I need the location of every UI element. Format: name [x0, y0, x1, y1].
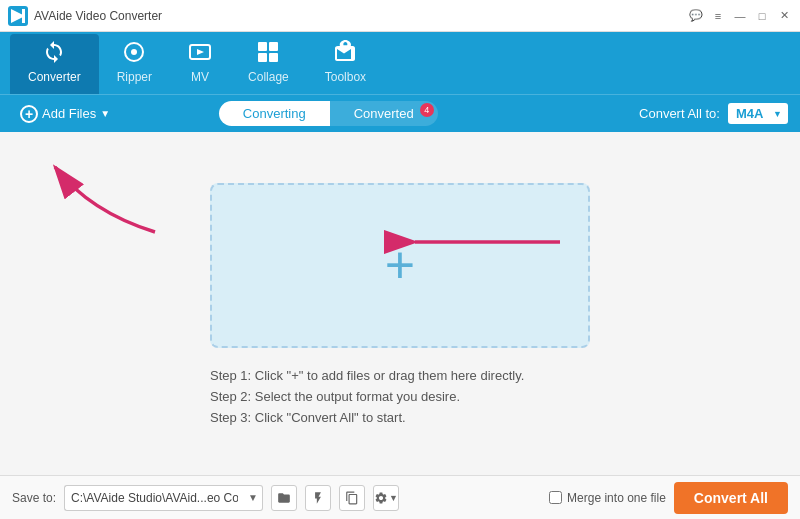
svg-rect-1 [22, 9, 25, 23]
title-bar: AVAide Video Converter 💬 ≡ — □ ✕ [0, 0, 800, 32]
ripper-icon [122, 40, 146, 67]
step-2: Step 2: Select the output format you des… [210, 389, 590, 404]
app-title: AVAide Video Converter [34, 9, 162, 23]
nav-bar: Converter Ripper MV Collag [0, 32, 800, 94]
minimize-button[interactable]: — [732, 8, 748, 24]
app-logo [8, 6, 28, 26]
nav-toolbox[interactable]: Toolbox [307, 34, 384, 94]
collage-label: Collage [248, 70, 289, 84]
merge-checkbox[interactable] [549, 491, 562, 504]
add-files-arrow [0, 132, 220, 252]
collage-icon [256, 40, 280, 67]
browse-folder-button[interactable] [271, 485, 297, 511]
mv-icon [188, 40, 212, 67]
format-select[interactable]: M4A MP4 MP3 AVI [728, 103, 788, 124]
settings-button[interactable]: ≡ [710, 8, 726, 24]
window-controls: 💬 ≡ — □ ✕ [688, 8, 792, 24]
nav-collage[interactable]: Collage [230, 34, 307, 94]
tab-converted[interactable]: Converted 4 [330, 101, 438, 126]
flash-button[interactable] [305, 485, 331, 511]
merge-label[interactable]: Merge into one file [567, 491, 666, 505]
add-files-button[interactable]: + Add Files ▼ [12, 101, 118, 127]
main-content: + Step 1: Click "+" to add files or drag… [0, 132, 800, 475]
steps-container: Step 1: Click "+" to add files or drag t… [210, 368, 590, 425]
toolbox-icon [333, 40, 357, 67]
bottom-bar: Save to: ▼ ▼ Merge into one file Convert… [0, 475, 800, 519]
close-button[interactable]: ✕ [776, 8, 792, 24]
svg-rect-8 [269, 53, 278, 62]
ripper-label: Ripper [117, 70, 152, 84]
drop-zone[interactable]: + [210, 183, 590, 348]
svg-rect-5 [258, 42, 267, 51]
toolbar: + Add Files ▼ Converting Converted 4 Con… [0, 94, 800, 132]
save-path-input[interactable] [64, 485, 244, 511]
merge-checkbox-container: Merge into one file [549, 491, 666, 505]
converter-label: Converter [28, 70, 81, 84]
svg-rect-6 [269, 42, 278, 51]
converter-icon [42, 40, 66, 67]
add-files-icon: + [20, 105, 38, 123]
converted-badge: 4 [420, 103, 434, 117]
step-1: Step 1: Click "+" to add files or drag t… [210, 368, 590, 383]
save-path-container: ▼ [64, 485, 263, 511]
nav-mv[interactable]: MV [170, 34, 230, 94]
title-bar-left: AVAide Video Converter [8, 6, 162, 26]
svg-rect-7 [258, 53, 267, 62]
svg-point-3 [131, 49, 137, 55]
chat-button[interactable]: 💬 [688, 8, 704, 24]
convert-all-button[interactable]: Convert All [674, 482, 788, 514]
path-dropdown-arrow[interactable]: ▼ [244, 485, 263, 511]
toolbox-label: Toolbox [325, 70, 366, 84]
convert-all-to: Convert All to: M4A MP4 MP3 AVI [639, 103, 788, 124]
format-select-wrapper[interactable]: M4A MP4 MP3 AVI [728, 103, 788, 124]
add-files-dropdown-arrow[interactable]: ▼ [100, 108, 110, 119]
settings-gear-button[interactable]: ▼ [373, 485, 399, 511]
copy-button[interactable] [339, 485, 365, 511]
tab-group: Converting Converted 4 [219, 101, 438, 126]
convert-all-to-label: Convert All to: [639, 106, 720, 121]
save-to-label: Save to: [12, 491, 56, 505]
step-3: Step 3: Click "Convert All" to start. [210, 410, 590, 425]
maximize-button[interactable]: □ [754, 8, 770, 24]
nav-converter[interactable]: Converter [10, 34, 99, 94]
drop-zone-plus: + [385, 239, 415, 291]
mv-label: MV [191, 70, 209, 84]
nav-ripper[interactable]: Ripper [99, 34, 170, 94]
tab-converting[interactable]: Converting [219, 101, 330, 126]
add-files-label: Add Files [42, 106, 96, 121]
